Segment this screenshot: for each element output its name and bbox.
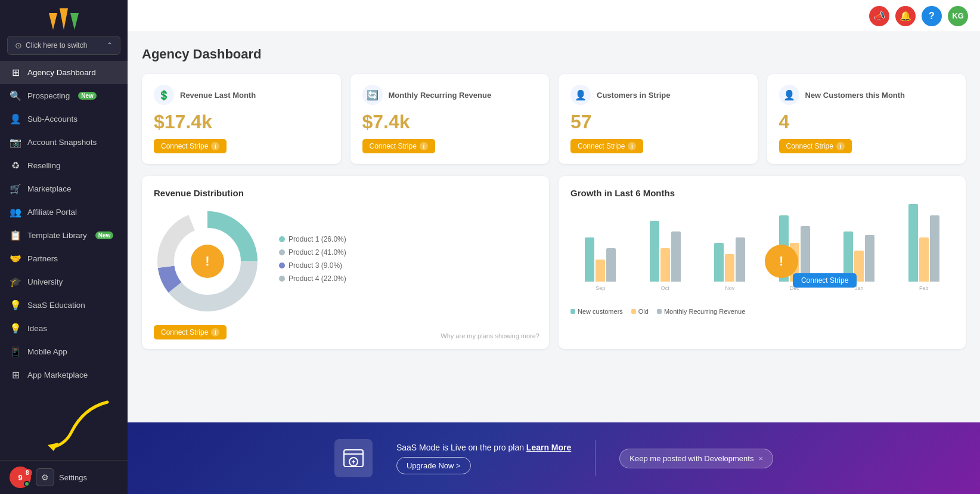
stat-card-new-customers-this-month: 👤 New Customers this Month 4 Connect Str… — [767, 74, 966, 164]
growth-card: Growth in Last 6 Months SepOctNovDecJanF… — [559, 176, 966, 349]
help-icon[interactable]: ? — [922, 6, 942, 26]
sidebar-item-account-snapshots[interactable]: 📷 Account Snapshots — [0, 131, 128, 154]
connect-stripe-new-customers-this-month[interactable]: Connect Stripe i — [779, 139, 852, 153]
donut-chart-container: ! Product 1 (26.0%) Product 2 (41.0%) Pr… — [154, 208, 537, 315]
bar-legend: New customers Old Monthly Recurring Reve… — [570, 308, 954, 315]
bar-legend-label: Monthly Recurring Revenue — [664, 308, 745, 315]
sidebar-item-reselling[interactable]: ♻ Reselling — [0, 154, 128, 177]
nav-icon-marketplace: 🛒 — [10, 183, 21, 194]
sidebar-item-marketplace[interactable]: 🛒 Marketplace — [0, 177, 128, 200]
sidebar-item-affiliate-portal[interactable]: 👥 Affiliate Portal — [0, 200, 128, 224]
legend-dot — [279, 249, 285, 255]
sidebar-item-saas-education[interactable]: 💡 SaaS Education — [0, 294, 128, 317]
stat-title-monthly-recurring-revenue: Monthly Recurring Revenue — [389, 91, 492, 100]
bar-stack — [650, 221, 681, 282]
sidebar-item-prospecting[interactable]: 🔍 Prospecting New — [0, 84, 128, 107]
banner-learn-more-link[interactable]: Learn More — [526, 443, 571, 452]
chart-note: Why are my plans showing more? — [441, 332, 539, 339]
bar-legend-label: Old — [638, 308, 649, 315]
growth-title: Growth in Last 6 Months — [570, 188, 954, 198]
sidebar-item-university[interactable]: 🎓 University — [0, 270, 128, 294]
settings-badge: 8 — [23, 469, 32, 477]
nav-icon-account-snapshots: 📷 — [10, 137, 21, 148]
stat-value-monthly-recurring-revenue: $7.4k — [362, 111, 538, 133]
megaphone-icon[interactable]: 📣 — [869, 6, 889, 26]
banner-tag-close-icon[interactable]: × — [758, 454, 763, 463]
stat-icon-monthly-recurring-revenue: 🔄 — [362, 85, 383, 105]
upgrade-now-button[interactable]: Upgrade Now > — [396, 457, 471, 474]
sidebar-bottom: 9 8 ⚙ Settings — [0, 460, 128, 494]
settings-button[interactable]: ⚙ — [36, 468, 54, 486]
stat-card-monthly-recurring-revenue: 🔄 Monthly Recurring Revenue $7.4k Connec… — [351, 74, 550, 164]
sidebar-item-app-marketplace[interactable]: ⊞ App Marketplace — [0, 363, 128, 387]
sidebar-item-partners[interactable]: 🤝 Partners — [0, 247, 128, 270]
nav-icon-university: 🎓 — [10, 276, 21, 288]
bar-group: Feb — [894, 204, 954, 291]
nav-icon-saas-education: 💡 — [10, 300, 21, 311]
stat-icon-customers-in-stripe: 👤 — [570, 85, 591, 105]
stat-value-revenue-last-month: $17.4k — [154, 111, 329, 133]
page-title: Agency Dashboard — [142, 47, 966, 62]
connect-stripe-monthly-recurring-revenue[interactable]: Connect Stripe i — [362, 139, 435, 153]
sidebar-item-ideas[interactable]: 💡 Ideas — [0, 317, 128, 340]
legend-dot — [279, 263, 285, 268]
sidebar-item-template-library[interactable]: 📋 Template Library New — [0, 224, 128, 247]
info-icon-customers-in-stripe: i — [628, 142, 636, 150]
info-icon-new-customers-this-month: i — [836, 142, 845, 150]
footer-banner: SaaS Mode is Live on the pro plan Learn … — [128, 422, 980, 494]
nav-label-prospecting: Prospecting — [27, 91, 70, 100]
notification-bell-icon[interactable]: 🔔 — [895, 6, 916, 26]
donut-warning-icon: ! — [191, 245, 224, 278]
info-icon: i — [211, 328, 219, 336]
sidebar-item-agency-dashboard[interactable]: ⊞ Agency Dashboard — [0, 61, 128, 84]
workspace-switcher[interactable]: ⊙ Click here to switch ⌃ — [7, 36, 120, 55]
user-avatar[interactable]: KG — [948, 6, 968, 26]
nav-label-mobile-app: Mobile App — [27, 347, 67, 356]
nav-label-partners: Partners — [27, 254, 58, 263]
bar-legend-item: Old — [631, 308, 649, 315]
badge-prospecting: New — [78, 92, 97, 100]
legend-item: Product 4 (22.0%) — [279, 274, 346, 283]
connect-stripe-revenue-last-month[interactable]: Connect Stripe i — [154, 139, 227, 153]
sidebar-item-mobile-app[interactable]: 📱 Mobile App — [0, 340, 128, 363]
legend-label: Product 4 (22.0%) — [289, 274, 346, 283]
legend-item: Product 3 (9.0%) — [279, 261, 346, 270]
revenue-connect-stripe-btn[interactable]: Connect Stripe i — [154, 325, 227, 339]
growth-connect-stripe-btn[interactable]: Connect Stripe — [793, 273, 857, 288]
bar-legend-dot — [631, 309, 636, 314]
banner-tag-text: Keep me posted with Developments — [629, 454, 753, 463]
banner-icon — [334, 439, 373, 477]
connect-stripe-customers-in-stripe[interactable]: Connect Stripe i — [570, 139, 643, 153]
stat-value-customers-in-stripe: 57 — [570, 111, 746, 133]
bar — [908, 204, 918, 282]
nav-icon-partners: 🤝 — [10, 253, 21, 264]
nav-label-reselling: Reselling — [27, 161, 61, 170]
nav-icon-app-marketplace: ⊞ — [10, 369, 21, 381]
nav-label-university: University — [27, 277, 63, 286]
switcher-icon: ⊙ — [15, 41, 22, 50]
bar — [671, 231, 681, 282]
bar-stack — [585, 237, 616, 282]
bar — [606, 248, 616, 282]
nav-label-ideas: Ideas — [27, 324, 47, 333]
nav-label-template-library: Template Library — [27, 231, 87, 240]
bar-stack — [908, 204, 939, 282]
logo-icon — [49, 8, 79, 30]
bar-x-label: Feb — [919, 285, 929, 291]
sidebar-item-sub-accounts[interactable]: 👤 Sub-Accounts — [0, 107, 128, 131]
legend-label: Product 3 (9.0%) — [289, 261, 342, 270]
nav-label-affiliate-portal: Affiliate Portal — [27, 208, 77, 217]
revenue-distribution-title: Revenue Distribution — [154, 188, 537, 198]
settings-avatar: 9 8 — [10, 467, 31, 488]
legend-item: Product 1 (26.0%) — [279, 235, 346, 243]
legend-dot — [279, 276, 285, 282]
stat-value-new-customers-this-month: 4 — [779, 111, 954, 133]
bar — [930, 215, 939, 282]
bar-legend-item: Monthly Recurring Revenue — [657, 308, 745, 315]
info-icon-monthly-recurring-revenue: i — [420, 142, 428, 150]
donut-chart: ! — [154, 208, 261, 315]
sidebar-nav: ⊞ Agency Dashboard 🔍 Prospecting New 👤 S… — [0, 61, 128, 494]
online-indicator — [24, 481, 30, 487]
donut-legend: Product 1 (26.0%) Product 2 (41.0%) Prod… — [279, 235, 346, 288]
nav-label-app-marketplace: App Marketplace — [27, 370, 88, 379]
